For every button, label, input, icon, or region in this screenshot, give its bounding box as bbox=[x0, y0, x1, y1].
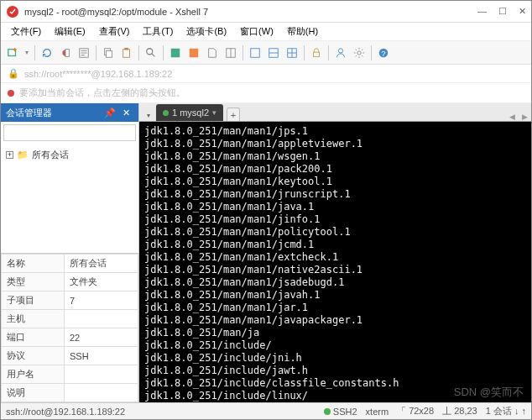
prop-key: 名称 bbox=[2, 255, 65, 273]
lock-button[interactable] bbox=[308, 45, 325, 61]
new-tab-button[interactable]: + bbox=[227, 108, 240, 121]
tab-close-icon[interactable]: ▾ bbox=[212, 108, 216, 117]
prop-key: 主机 bbox=[2, 310, 65, 328]
lock-icon: 🔒 bbox=[8, 68, 19, 79]
app-logo-icon bbox=[6, 5, 19, 18]
menu-help[interactable]: 帮助(H) bbox=[282, 24, 323, 39]
find-button[interactable] bbox=[143, 45, 159, 61]
window-title: mysql2 - root@mysql2:/opt/module - Xshel… bbox=[24, 7, 477, 17]
prop-row: 子项目7 bbox=[2, 291, 138, 310]
address-bar: 🔒 ssh://root********@192.168.1.189:22 bbox=[1, 65, 531, 83]
menu-tab[interactable]: 选项卡(B) bbox=[181, 24, 232, 39]
status-pos: 丄 28,23 bbox=[442, 405, 477, 417]
tab-mysql2[interactable]: 1 mysql2 ▾ bbox=[156, 104, 223, 121]
separator bbox=[371, 45, 372, 60]
disconnect-button[interactable] bbox=[57, 45, 74, 61]
reconnect-button[interactable] bbox=[39, 45, 55, 61]
svg-point-16 bbox=[338, 48, 342, 52]
tabs-dropdown-icon[interactable]: ▾ bbox=[143, 109, 154, 121]
close-button[interactable]: ✕ bbox=[519, 6, 526, 17]
user-button[interactable] bbox=[332, 45, 349, 61]
layout2-button[interactable] bbox=[265, 45, 282, 61]
new-session-button[interactable] bbox=[4, 45, 21, 61]
prop-row: 类型文件夹 bbox=[2, 273, 138, 291]
prop-row: 主机 bbox=[2, 310, 138, 328]
prop-key: 子项目 bbox=[2, 291, 65, 310]
prop-value bbox=[64, 365, 138, 384]
paste-button[interactable] bbox=[118, 45, 135, 61]
tip-text: 要添加当前会话，点击左侧的箭头按钮。 bbox=[19, 87, 185, 99]
svg-rect-15 bbox=[314, 52, 320, 56]
connected-icon bbox=[163, 110, 169, 116]
expand-icon[interactable]: + bbox=[6, 151, 13, 159]
session-manager-header: 会话管理器 📌 ✕ bbox=[1, 103, 138, 122]
menu-window[interactable]: 窗口(W) bbox=[235, 24, 279, 39]
prop-row: 说明 bbox=[2, 384, 138, 402]
prop-key: 用户名 bbox=[2, 365, 65, 384]
session-manager-panel: 会话管理器 📌 ✕ + 📁 所有会话 名称所有会话类型文件夹子项目7主机端口22… bbox=[1, 103, 139, 402]
layout3-button[interactable] bbox=[284, 45, 300, 61]
prop-key: 协议 bbox=[2, 347, 65, 365]
status-term: xterm bbox=[366, 407, 389, 417]
properties-table: 名称所有会话类型文件夹子项目7主机端口22协议SSH用户名说明 bbox=[1, 253, 138, 402]
tab-nav-left-icon[interactable]: ◀ bbox=[506, 113, 519, 121]
tab-nav-right-icon[interactable]: ▶ bbox=[519, 113, 531, 121]
led-icon bbox=[324, 408, 331, 415]
menu-edit[interactable]: 编辑(E) bbox=[50, 24, 91, 39]
folder-icon: 📁 bbox=[17, 150, 29, 160]
properties-button[interactable] bbox=[76, 45, 92, 61]
terminal-tabs: ▾ 1 mysql2 ▾ + ◀ ▶ bbox=[139, 103, 531, 122]
pin-icon[interactable]: 📌 bbox=[101, 108, 119, 118]
tree-root-item[interactable]: + 📁 所有会话 bbox=[6, 147, 133, 163]
layout1-button[interactable] bbox=[247, 45, 263, 61]
prop-value bbox=[64, 310, 138, 328]
menu-view[interactable]: 查看(V) bbox=[94, 24, 135, 39]
separator bbox=[138, 45, 139, 60]
prop-key: 端口 bbox=[2, 328, 65, 347]
help-button[interactable]: ? bbox=[375, 45, 392, 61]
toolbar-dropdown-icon[interactable]: ▾ bbox=[23, 45, 31, 61]
svg-rect-9 bbox=[171, 48, 180, 57]
prop-key: 类型 bbox=[2, 273, 65, 291]
minimize-button[interactable]: — bbox=[477, 6, 487, 17]
maximize-button[interactable]: ☐ bbox=[498, 6, 507, 17]
file-button[interactable] bbox=[204, 45, 221, 61]
svg-point-17 bbox=[357, 50, 361, 54]
menu-file[interactable]: 文件(F) bbox=[6, 24, 46, 39]
prop-row: 名称所有会话 bbox=[2, 255, 138, 273]
separator bbox=[328, 45, 329, 60]
prop-row: 端口22 bbox=[2, 328, 138, 347]
prop-value bbox=[64, 384, 138, 402]
status-ssh: SSH2 bbox=[324, 407, 357, 417]
separator bbox=[96, 45, 96, 60]
svg-rect-12 bbox=[251, 48, 260, 57]
panel-close-icon[interactable]: ✕ bbox=[119, 108, 133, 118]
svg-rect-10 bbox=[190, 48, 199, 57]
menu-bar: 文件(F) 编辑(E) 查看(V) 工具(T) 选项卡(B) 窗口(W) 帮助(… bbox=[1, 23, 531, 41]
terminal-output[interactable]: jdk1.8.0_251/man/man1/jps.1 jdk1.8.0_251… bbox=[139, 122, 531, 402]
separator bbox=[243, 45, 243, 60]
svg-rect-2 bbox=[65, 49, 69, 56]
separator bbox=[304, 45, 305, 60]
status-sessions: 1 会话 ↓ ↑ bbox=[486, 405, 526, 417]
copy-button[interactable] bbox=[100, 45, 117, 61]
session-search-input[interactable] bbox=[3, 124, 136, 141]
color1-button[interactable] bbox=[167, 45, 184, 61]
settings-button[interactable] bbox=[351, 45, 368, 61]
prop-value: SSH bbox=[64, 347, 138, 365]
prop-value: 所有会话 bbox=[64, 255, 138, 273]
toolbar: ▾ ? bbox=[1, 41, 531, 65]
color2-button[interactable] bbox=[185, 45, 202, 61]
split-button[interactable] bbox=[222, 45, 239, 61]
menu-tools[interactable]: 工具(T) bbox=[138, 24, 178, 39]
tree-item-label: 所有会话 bbox=[32, 149, 69, 161]
address-text: ssh://root********@192.168.1.189:22 bbox=[24, 69, 172, 79]
session-tree[interactable]: + 📁 所有会话 bbox=[1, 144, 138, 253]
svg-rect-7 bbox=[124, 47, 128, 50]
svg-point-8 bbox=[147, 48, 153, 54]
status-connection: ssh://root@192.168.1.189:22 bbox=[6, 407, 125, 417]
prop-row: 协议SSH bbox=[2, 347, 138, 365]
session-manager-title: 会话管理器 bbox=[6, 107, 52, 119]
prop-value: 22 bbox=[64, 328, 138, 347]
tip-bar: 要添加当前会话，点击左侧的箭头按钮。 bbox=[1, 83, 531, 103]
